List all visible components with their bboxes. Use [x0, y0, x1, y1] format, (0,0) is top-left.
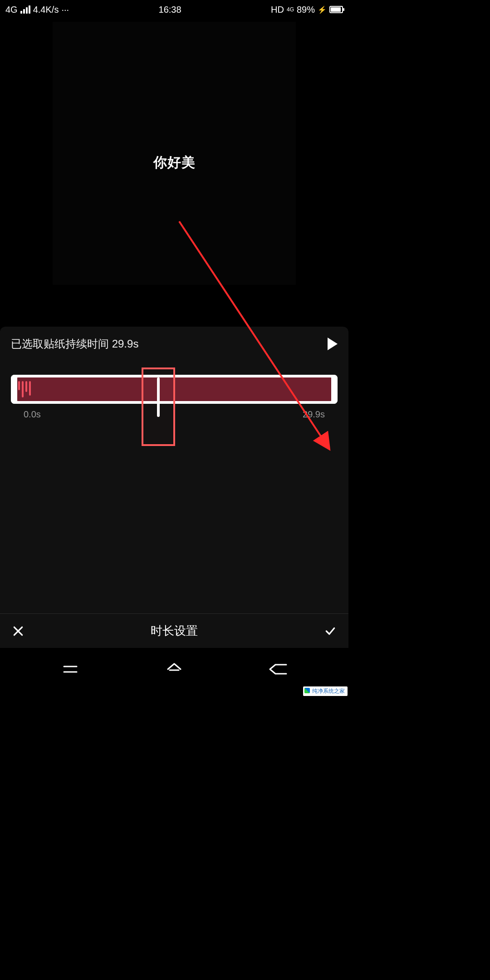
battery-icon	[329, 6, 343, 13]
audio-wave-icon	[18, 381, 31, 397]
watermark: 纯净系统之家	[303, 686, 348, 696]
timeline-wrap: 0.0s 29.9s	[0, 375, 348, 420]
trim-handle-left[interactable]	[11, 375, 17, 404]
time-end-label: 29.9s	[303, 409, 325, 420]
confirm-button[interactable]	[321, 622, 339, 640]
trim-handle-right[interactable]	[331, 375, 338, 404]
network-type-label: 4G	[5, 5, 18, 15]
play-button[interactable]	[328, 338, 338, 350]
bottom-bar: 时长设置	[0, 613, 348, 648]
time-start-label: 0.0s	[24, 409, 41, 420]
cancel-button[interactable]	[9, 622, 27, 640]
data-rate-label: 4.4K/s	[33, 5, 59, 15]
system-nav-bar	[0, 648, 348, 697]
charging-icon: ⚡	[318, 5, 327, 14]
bottom-title: 时长设置	[151, 623, 198, 639]
signal-icon	[20, 5, 30, 14]
duration-label: 已选取贴纸持续时间 29.9s	[11, 337, 138, 351]
timeline-track[interactable]	[11, 375, 338, 404]
status-right: HD 4G 89% ⚡	[271, 5, 343, 15]
timeline-fill	[16, 377, 332, 401]
status-left: 4G 4.4K/s ···	[5, 5, 69, 15]
panel-header: 已选取贴纸持续时间 29.9s	[0, 327, 348, 356]
status-bar: 4G 4.4K/s ··· 16:38 HD 4G 89% ⚡	[0, 0, 348, 19]
more-indicator: ···	[61, 5, 69, 15]
nav-back-icon[interactable]	[265, 658, 292, 680]
net-sub-label: 4G	[287, 7, 294, 12]
hd-label: HD	[271, 5, 284, 15]
nav-home-icon[interactable]	[161, 658, 188, 680]
watermark-text: 纯净系统之家	[312, 688, 345, 694]
video-preview[interactable]: 你好美	[53, 22, 296, 285]
nav-recent-icon[interactable]	[57, 658, 84, 680]
duration-panel: 已选取贴纸持续时间 29.9s 0.0s 29.9s	[0, 327, 348, 648]
battery-percent-label: 89%	[297, 5, 315, 15]
sticker-text[interactable]: 你好美	[153, 153, 196, 172]
time-labels: 0.0s 29.9s	[11, 404, 338, 420]
status-time: 16:38	[159, 5, 181, 15]
